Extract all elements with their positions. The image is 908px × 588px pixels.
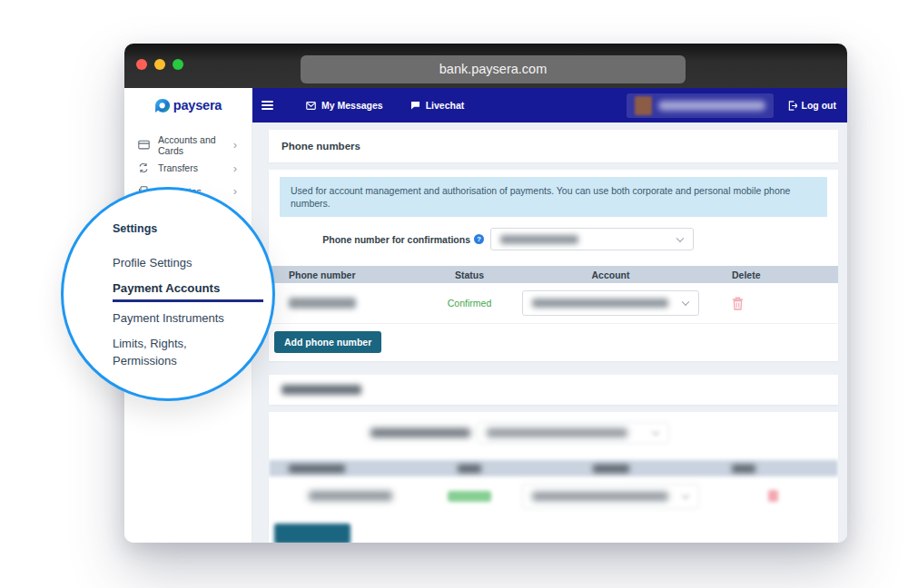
phone-table-row: Confirmed xyxy=(269,283,838,324)
app-header: My Messages Livechat xyxy=(252,88,847,122)
info-banner: Used for account management and authoris… xyxy=(280,177,827,217)
col-delete: Delete xyxy=(699,270,838,280)
chevron-right-icon: › xyxy=(233,139,237,151)
account-select[interactable] xyxy=(522,290,699,316)
zoom-window-button[interactable] xyxy=(173,59,183,70)
livechat-label: Livechat xyxy=(426,100,465,111)
menu-item-payment-instruments[interactable]: Payment Instruments xyxy=(113,311,224,325)
my-messages-label: My Messages xyxy=(321,100,383,111)
chevron-right-icon: › xyxy=(233,162,237,174)
email-table-header xyxy=(269,460,838,476)
paysera-wordmark: paysera xyxy=(173,98,222,113)
envelope-icon xyxy=(306,102,316,110)
col-account: Account xyxy=(522,270,699,280)
menu-item-profile-settings[interactable]: Profile Settings xyxy=(113,256,192,270)
phone-numbers-card: Used for account management and authoris… xyxy=(269,170,838,361)
email-value-redacted xyxy=(487,428,627,437)
col-email-redacted xyxy=(289,465,345,473)
close-window-button[interactable] xyxy=(136,59,147,70)
chevron-down-icon xyxy=(676,234,684,241)
col-phone-number: Phone number xyxy=(269,270,417,280)
chat-bubble-icon xyxy=(410,101,420,110)
col-status: Status xyxy=(417,270,522,280)
phone-numbers-title: Phone numbers xyxy=(281,141,360,152)
chevron-down-icon xyxy=(682,491,689,498)
email-table-row xyxy=(269,476,838,515)
email-redacted xyxy=(309,491,392,501)
email-notifications-select[interactable] xyxy=(477,422,669,444)
help-icon[interactable]: ? xyxy=(474,234,484,244)
screenshot-stage: bank.paysera.com xyxy=(0,0,908,588)
logout-icon xyxy=(788,101,797,111)
hamburger-menu-icon[interactable] xyxy=(262,101,273,110)
menu-item-limits-rights-permissions[interactable]: Limits, Rights, Permissions xyxy=(113,336,222,369)
chevron-down-icon xyxy=(652,428,659,436)
phone-numbers-header: Phone numbers xyxy=(269,130,838,162)
selected-phone-redacted xyxy=(500,235,578,244)
col-status-redacted xyxy=(458,465,481,473)
confirmations-label: Phone number for confirmations xyxy=(269,234,470,245)
status-badge: Confirmed xyxy=(417,298,522,309)
email-delete-icon-redacted[interactable] xyxy=(768,490,778,502)
confirmation-phone-select[interactable] xyxy=(490,228,694,250)
email-addresses-card xyxy=(269,412,838,543)
sidebar-item-accounts-and-cards[interactable]: Accounts and Cards › xyxy=(124,133,252,157)
add-phone-number-button[interactable]: Add phone number xyxy=(274,331,381,353)
settings-section-title: Settings xyxy=(113,222,157,235)
my-messages-link[interactable]: My Messages xyxy=(306,100,383,111)
sidebar-item-label: Transfers xyxy=(158,162,198,173)
account-value-redacted xyxy=(532,299,668,308)
email-account-redacted xyxy=(532,492,668,501)
menu-item-payment-accounts[interactable]: Payment Accounts xyxy=(113,281,220,295)
avatar xyxy=(635,96,652,115)
user-menu[interactable] xyxy=(627,93,774,118)
logout-label: Log out xyxy=(802,100,836,111)
phone-number-redacted xyxy=(289,298,356,309)
livechat-link[interactable]: Livechat xyxy=(410,100,465,111)
card-icon xyxy=(138,139,150,151)
chevron-right-icon: › xyxy=(233,185,237,197)
chevron-down-icon xyxy=(682,299,689,306)
delete-trash-icon[interactable] xyxy=(732,297,744,310)
col-delete-redacted xyxy=(732,465,755,473)
paysera-logo[interactable]: paysera xyxy=(124,88,252,122)
logout-button[interactable]: Log out xyxy=(788,100,836,111)
settings-magnifier-circle: Settings Profile Settings Payment Accoun… xyxy=(61,187,275,401)
content-area: Phone numbers Used for account managemen… xyxy=(252,122,847,543)
paysera-logo-icon xyxy=(154,98,170,113)
transfers-icon xyxy=(138,162,150,174)
sidebar-item-transfers[interactable]: Transfers › xyxy=(124,157,252,181)
sidebar-item-label: Accounts and Cards xyxy=(158,134,225,156)
address-bar[interactable]: bank.paysera.com xyxy=(301,55,686,83)
email-status-redacted xyxy=(448,491,491,502)
minimize-window-button[interactable] xyxy=(154,59,165,70)
email-addresses-title-redacted xyxy=(281,385,361,395)
active-item-underline xyxy=(113,299,263,302)
email-label-redacted xyxy=(370,428,470,437)
user-name-redacted xyxy=(658,101,765,111)
add-email-button-redacted[interactable] xyxy=(274,524,350,543)
col-account-redacted xyxy=(593,465,629,473)
phone-table-header: Phone number Status Account Delete xyxy=(269,266,838,283)
window-controls xyxy=(136,59,183,70)
email-addresses-header xyxy=(269,375,838,405)
browser-titlebar: bank.paysera.com xyxy=(124,44,847,88)
email-account-select[interactable] xyxy=(522,484,699,509)
